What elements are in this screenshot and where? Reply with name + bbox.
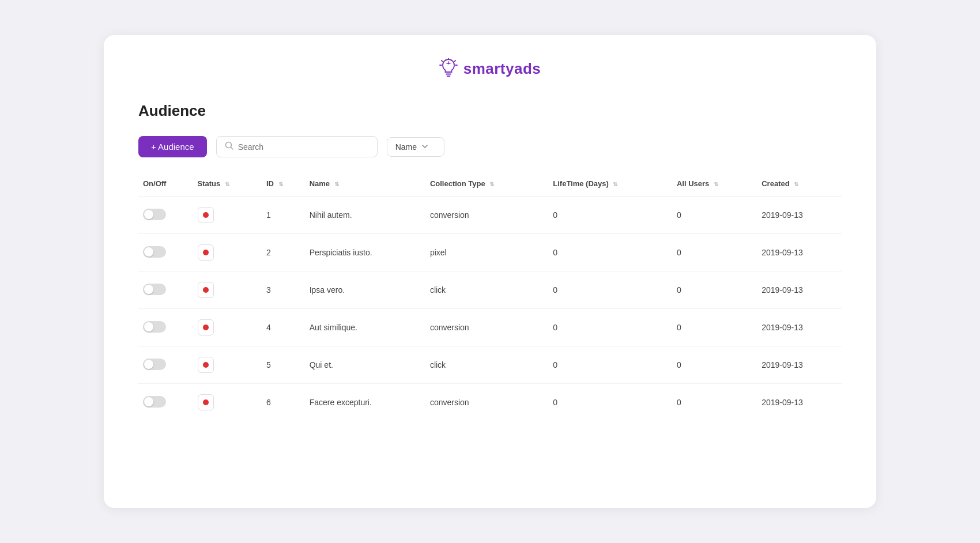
cell-on-off-2	[138, 272, 193, 309]
cell-status-5	[193, 384, 262, 421]
sort-icon-created: ⇅	[794, 181, 798, 187]
cell-created-0: 2019-09-13	[757, 197, 842, 234]
cell-id-1: 2	[262, 234, 305, 272]
table-row: 4 Aut similique. conversion 0 0 2019-09-…	[138, 309, 842, 346]
toggle-switch-0[interactable]	[143, 209, 166, 220]
cell-lifetime-days-2: 0	[548, 272, 672, 309]
col-header-collection-type[interactable]: Collection Type ⇅	[425, 174, 548, 197]
table-row: 6 Facere excepturi. conversion 0 0 2019-…	[138, 384, 842, 421]
cell-on-off-4	[138, 346, 193, 384]
cell-all-users-5: 0	[672, 384, 757, 421]
cell-collection-type-4: click	[425, 346, 548, 384]
status-dot-wrapper-2	[198, 282, 214, 298]
status-dot-wrapper-0	[198, 207, 214, 223]
toggle-switch-3[interactable]	[143, 321, 166, 333]
cell-all-users-4: 0	[672, 346, 757, 384]
svg-line-2	[454, 61, 455, 62]
status-dot-2	[203, 287, 209, 293]
cell-id-0: 1	[262, 197, 305, 234]
sort-icon-status: ⇅	[225, 181, 229, 187]
cell-lifetime-days-0: 0	[548, 197, 672, 234]
col-header-on-off: On/Off	[138, 174, 193, 197]
toggle-switch-1[interactable]	[143, 246, 166, 258]
cell-id-5: 6	[262, 384, 305, 421]
cell-status-0	[193, 197, 262, 234]
status-dot-3	[203, 325, 209, 330]
cell-name-5: Facere excepturi.	[305, 384, 425, 421]
sort-icon-id: ⇅	[278, 181, 283, 187]
cell-status-2	[193, 272, 262, 309]
col-header-status[interactable]: Status ⇅	[193, 174, 262, 197]
main-card: smartyads Audience + Audience Name	[104, 35, 876, 508]
cell-on-off-0	[138, 197, 193, 234]
cell-all-users-0: 0	[672, 197, 757, 234]
cell-status-3	[193, 309, 262, 346]
cell-all-users-3: 0	[672, 309, 757, 346]
page-title: Audience	[138, 102, 842, 120]
name-dropdown[interactable]: Name	[387, 137, 444, 157]
cell-name-2: Ipsa vero.	[305, 272, 425, 309]
cell-on-off-5	[138, 384, 193, 421]
cell-name-4: Qui et.	[305, 346, 425, 384]
table-row: 3 Ipsa vero. click 0 0 2019-09-13	[138, 272, 842, 309]
status-dot-wrapper-1	[198, 244, 214, 261]
status-dot-1	[203, 250, 209, 255]
cell-on-off-1	[138, 234, 193, 272]
cell-created-5: 2019-09-13	[757, 384, 842, 421]
cell-all-users-2: 0	[672, 272, 757, 309]
sort-icon-name: ⇅	[334, 181, 339, 187]
col-header-name[interactable]: Name ⇅	[305, 174, 425, 197]
cell-collection-type-5: conversion	[425, 384, 548, 421]
cell-name-0: Nihil autem.	[305, 197, 425, 234]
col-header-lifetime-days[interactable]: LifeTime (Days) ⇅	[548, 174, 672, 197]
status-dot-wrapper-5	[198, 394, 214, 410]
cell-created-2: 2019-09-13	[757, 272, 842, 309]
cell-on-off-3	[138, 309, 193, 346]
cell-lifetime-days-1: 0	[548, 234, 672, 272]
cell-lifetime-days-3: 0	[548, 309, 672, 346]
sort-icon-lifetime-days: ⇅	[613, 181, 617, 187]
cell-all-users-1: 0	[672, 234, 757, 272]
table-row: 2 Perspiciatis iusto. pixel 0 0 2019-09-…	[138, 234, 842, 272]
cell-created-4: 2019-09-13	[757, 346, 842, 384]
svg-line-1	[442, 61, 443, 62]
toggle-switch-2[interactable]	[143, 284, 166, 295]
search-icon	[225, 141, 233, 152]
col-header-id[interactable]: ID ⇅	[262, 174, 305, 197]
search-input[interactable]	[238, 142, 369, 152]
status-dot-wrapper-4	[198, 357, 214, 373]
cell-id-4: 5	[262, 346, 305, 384]
table-row: 1 Nihil autem. conversion 0 0 2019-09-13	[138, 197, 842, 234]
status-dot-4	[203, 362, 209, 368]
lightbulb-icon	[439, 58, 458, 79]
logo-area: smartyads	[138, 58, 842, 79]
toolbar: + Audience Name	[138, 136, 842, 157]
cell-created-1: 2019-09-13	[757, 234, 842, 272]
status-dot-0	[203, 212, 209, 218]
toggle-switch-5[interactable]	[143, 396, 166, 408]
search-box	[216, 136, 378, 157]
logo-text: smartyads	[463, 60, 541, 78]
cell-lifetime-days-5: 0	[548, 384, 672, 421]
add-audience-button[interactable]: + Audience	[138, 136, 207, 157]
audience-table: On/Off Status ⇅ ID ⇅ Name ⇅ Collection T…	[138, 174, 842, 421]
name-dropdown-label: Name	[395, 142, 417, 152]
sort-icon-collection-type: ⇅	[489, 181, 494, 187]
chevron-down-icon	[421, 142, 428, 152]
cell-status-1	[193, 234, 262, 272]
table-row: 5 Qui et. click 0 0 2019-09-13	[138, 346, 842, 384]
cell-lifetime-days-4: 0	[548, 346, 672, 384]
toggle-switch-4[interactable]	[143, 359, 166, 370]
svg-line-8	[231, 148, 233, 150]
cell-collection-type-0: conversion	[425, 197, 548, 234]
col-header-all-users[interactable]: All Users ⇅	[672, 174, 757, 197]
cell-collection-type-2: click	[425, 272, 548, 309]
cell-created-3: 2019-09-13	[757, 309, 842, 346]
cell-name-1: Perspiciatis iusto.	[305, 234, 425, 272]
col-header-created[interactable]: Created ⇅	[757, 174, 842, 197]
cell-id-2: 3	[262, 272, 305, 309]
cell-collection-type-3: conversion	[425, 309, 548, 346]
cell-collection-type-1: pixel	[425, 234, 548, 272]
table-header-row: On/Off Status ⇅ ID ⇅ Name ⇅ Collection T…	[138, 174, 842, 197]
cell-name-3: Aut similique.	[305, 309, 425, 346]
